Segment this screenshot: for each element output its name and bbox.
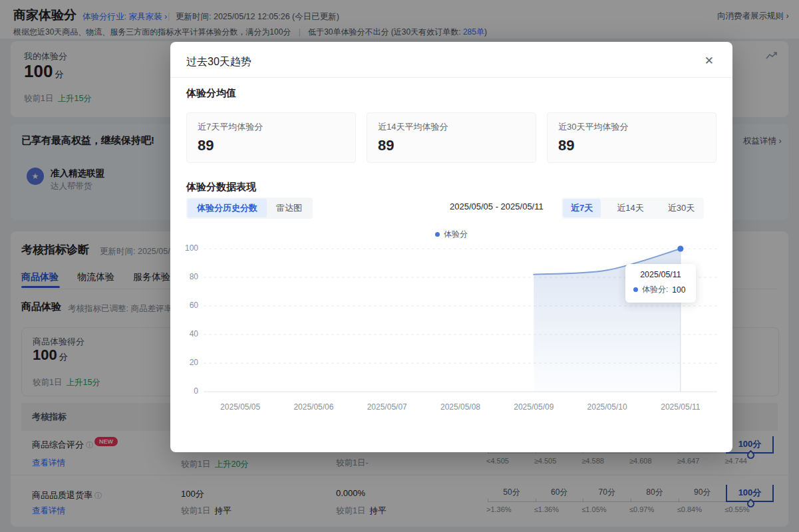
avg-card-30d: 近30天平均体验分 89	[547, 112, 717, 163]
avg-card-label: 近7天平均体验分	[198, 121, 345, 133]
view-toggle-group: 体验分历史分数 雷达图	[186, 198, 313, 219]
avg-card-14d: 近14天平均体验分 89	[367, 112, 536, 163]
avg-card-value: 89	[378, 137, 525, 154]
modal-title: 过去30天趋势	[186, 55, 251, 69]
range-tab-30d[interactable]: 近30天	[660, 199, 703, 217]
toggle-history-score[interactable]: 体验分历史分数	[188, 199, 267, 217]
perf-section-title: 体验分数据表现	[186, 181, 256, 194]
tooltip-date: 2025/05/11	[625, 270, 696, 279]
avg-card-value: 89	[558, 137, 705, 154]
tooltip-value: 100	[672, 285, 685, 295]
avg-card-label: 近30天平均体验分	[558, 121, 705, 133]
date-range-label: 2025/05/05 - 2025/05/11	[450, 201, 544, 211]
avg-section-title: 体验分均值	[186, 87, 236, 100]
avg-card-value: 89	[198, 137, 345, 154]
range-tab-14d[interactable]: 近14天	[609, 199, 651, 217]
modal-header-divider	[170, 77, 732, 78]
avg-cards: 近7天平均体验分 89 近14天平均体验分 89 近30天平均体验分 89	[186, 112, 717, 163]
legend-label: 体验分	[444, 229, 468, 240]
legend-dot-icon	[435, 232, 440, 237]
chart-legend[interactable]: 体验分	[170, 229, 732, 240]
trend-line-chart	[170, 42, 732, 452]
tooltip-series-dot-icon	[633, 287, 638, 292]
toggle-radar[interactable]: 雷达图	[267, 199, 311, 217]
chart-tooltip: 2025/05/11 体验分: 100	[625, 264, 696, 303]
trend-modal: 过去30天趋势 ✕ 体验分均值 近7天平均体验分 89 近14天平均体验分 89…	[170, 42, 732, 452]
close-icon[interactable]: ✕	[705, 54, 714, 68]
range-tab-7d[interactable]: 近7天	[563, 199, 601, 217]
tooltip-series-name: 体验分:	[642, 284, 668, 295]
chart-axis-labels: 0204060801002025/05/052025/05/062025/05/…	[170, 42, 732, 452]
avg-card-label: 近14天平均体验分	[378, 121, 525, 133]
avg-card-7d: 近7天平均体验分 89	[186, 112, 356, 163]
range-tab-group: 近7天 近14天 近30天	[561, 198, 704, 219]
